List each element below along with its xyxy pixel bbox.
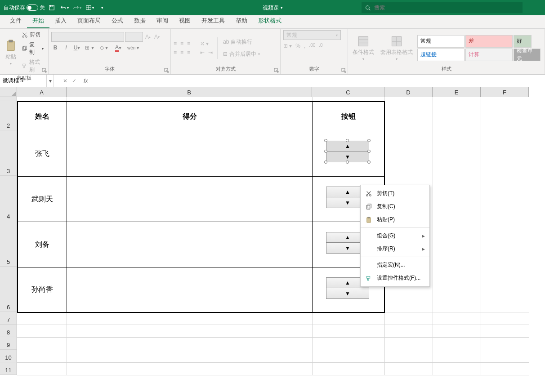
- row-header-11[interactable]: 11: [0, 362, 17, 375]
- spinner-up-0[interactable]: ▲: [326, 141, 369, 151]
- row-header-[interactable]: [0, 97, 17, 101]
- selection-handle[interactable]: [324, 150, 327, 153]
- ctx-剪切T[interactable]: 剪切(T): [361, 187, 429, 200]
- bold-icon[interactable]: B: [51, 44, 59, 52]
- selection-handle[interactable]: [367, 160, 371, 164]
- merge-center-button[interactable]: ⊟合并后居中▾: [221, 49, 262, 59]
- increase-decimal-icon[interactable]: .00: [309, 43, 315, 49]
- italic-icon[interactable]: I: [62, 44, 70, 52]
- row-header-5[interactable]: 5: [0, 221, 17, 267]
- underline-icon[interactable]: U ▾: [73, 44, 81, 52]
- spinner-down-3[interactable]: ▼: [326, 288, 369, 299]
- style-calc[interactable]: 计算: [465, 49, 513, 61]
- redo-icon[interactable]: ▾: [71, 2, 83, 13]
- tab-帮助[interactable]: 帮助: [230, 13, 253, 28]
- selection-handle[interactable]: [346, 139, 349, 142]
- tab-视图[interactable]: 视图: [174, 13, 196, 28]
- row-header-3[interactable]: 3: [0, 130, 17, 176]
- currency-icon[interactable]: ⊞ ▾: [283, 43, 292, 49]
- row-header-6[interactable]: 6: [0, 267, 17, 312]
- search-input[interactable]: [374, 4, 519, 11]
- row-header-7[interactable]: 7: [0, 312, 17, 325]
- cell-name-3[interactable]: 孙尚香: [18, 267, 67, 313]
- cell-score-1[interactable]: [67, 177, 313, 222]
- formula-input[interactable]: [92, 78, 545, 84]
- cell-name-1[interactable]: 武则天: [18, 177, 67, 222]
- qat-more-icon[interactable]: ▾: [96, 2, 108, 13]
- font-size-combo[interactable]: [125, 32, 143, 42]
- row-header-10[interactable]: 10: [0, 350, 17, 362]
- paste-button[interactable]: 粘贴 ▾: [3, 39, 19, 67]
- orientation-icon[interactable]: ⤭ ▾: [200, 40, 209, 47]
- conditional-format-button[interactable]: 条件格式▾: [351, 34, 376, 62]
- cell-score-0[interactable]: [67, 131, 313, 177]
- clipboard-dialog-launcher-icon[interactable]: [42, 68, 47, 73]
- align-top-icon[interactable]: ≡: [174, 40, 177, 47]
- style-bad[interactable]: 差: [465, 35, 513, 48]
- fill-color-icon[interactable]: ◇ ▾: [98, 44, 110, 52]
- ctx-粘贴P[interactable]: 粘贴(P): [361, 213, 429, 226]
- ctx-组合G[interactable]: 组合(G)▶: [361, 229, 429, 242]
- ctx-指定宏N[interactable]: 指定宏(N)...: [361, 258, 429, 272]
- percent-icon[interactable]: %: [295, 43, 300, 49]
- selection-handle[interactable]: [367, 139, 371, 142]
- ctx-排序R[interactable]: 排序(R)▶: [361, 242, 429, 255]
- align-center-icon[interactable]: ≡: [180, 49, 183, 56]
- fx-icon[interactable]: fx: [81, 78, 88, 84]
- col-header-D[interactable]: D: [384, 87, 433, 97]
- cut-button[interactable]: 剪切: [20, 30, 45, 40]
- row-header-8[interactable]: 8: [0, 325, 17, 337]
- col-header-F[interactable]: F: [481, 87, 529, 97]
- undo-icon[interactable]: ▾: [58, 2, 70, 13]
- tab-审阅[interactable]: 审阅: [151, 13, 174, 28]
- selection-handle[interactable]: [367, 150, 371, 153]
- col-header-A[interactable]: A: [17, 87, 67, 97]
- indent-inc-icon[interactable]: ⇥: [208, 49, 213, 56]
- number-dialog-launcher-icon[interactable]: [341, 68, 347, 73]
- cell-score-3[interactable]: [67, 267, 313, 313]
- col-header-C[interactable]: C: [312, 87, 384, 97]
- number-format-combo[interactable]: 常规▾: [283, 30, 341, 40]
- tab-插入[interactable]: 插入: [49, 13, 72, 28]
- align-middle-icon[interactable]: ≡: [180, 40, 183, 47]
- row-header-2[interactable]: 2: [0, 101, 17, 130]
- selection-handle[interactable]: [346, 160, 349, 164]
- align-right-icon[interactable]: ≡: [187, 49, 190, 56]
- search-box[interactable]: [362, 2, 523, 13]
- cell-name-0[interactable]: 张飞: [18, 131, 67, 177]
- align-dialog-launcher-icon[interactable]: [274, 68, 279, 73]
- row-header-4[interactable]: 4: [0, 176, 17, 221]
- select-all-corner[interactable]: [0, 87, 17, 97]
- col-header-E[interactable]: E: [433, 87, 481, 97]
- increase-font-icon[interactable]: A▴: [144, 33, 152, 41]
- style-good[interactable]: 好: [514, 35, 532, 48]
- font-color-icon[interactable]: A ▾: [112, 44, 124, 52]
- font-dialog-launcher-icon[interactable]: [164, 68, 170, 73]
- spinner-control-0[interactable]: ▲▼: [326, 141, 369, 163]
- qat-grid-icon[interactable]: ▾: [84, 2, 95, 13]
- align-left-icon[interactable]: ≡: [174, 49, 177, 56]
- tab-数据[interactable]: 数据: [129, 13, 151, 28]
- save-icon[interactable]: [46, 2, 58, 13]
- font-family-combo[interactable]: [51, 32, 124, 42]
- col-header-B[interactable]: B: [67, 87, 312, 97]
- decrease-font-icon[interactable]: A▾: [153, 33, 161, 41]
- tab-公式[interactable]: 公式: [106, 13, 129, 28]
- cancel-icon[interactable]: ✕: [63, 78, 67, 84]
- tab-文件[interactable]: 文件: [4, 13, 27, 28]
- ctx-设置控件格式F[interactable]: 设置控件格式(F)...: [361, 272, 429, 285]
- comma-icon[interactable]: ,: [304, 43, 305, 49]
- align-bottom-icon[interactable]: ≡: [187, 40, 190, 47]
- style-normal[interactable]: 常规: [417, 35, 465, 48]
- tab-页面布局[interactable]: 页面布局: [72, 13, 106, 28]
- row-header-9[interactable]: 9: [0, 337, 17, 350]
- selection-handle[interactable]: [324, 139, 327, 142]
- style-link[interactable]: 超链接: [417, 49, 465, 61]
- table-format-button[interactable]: 套用表格格式▾: [379, 34, 415, 62]
- cell-score-2[interactable]: [67, 222, 313, 267]
- namebox-dropdown-icon[interactable]: ▾: [47, 75, 54, 87]
- tab-开发工具[interactable]: 开发工具: [196, 13, 230, 28]
- autosave-toggle[interactable]: 自动保存 关: [4, 4, 45, 12]
- decrease-decimal-icon[interactable]: .0: [319, 43, 322, 49]
- copy-button[interactable]: 复制▾: [20, 40, 45, 57]
